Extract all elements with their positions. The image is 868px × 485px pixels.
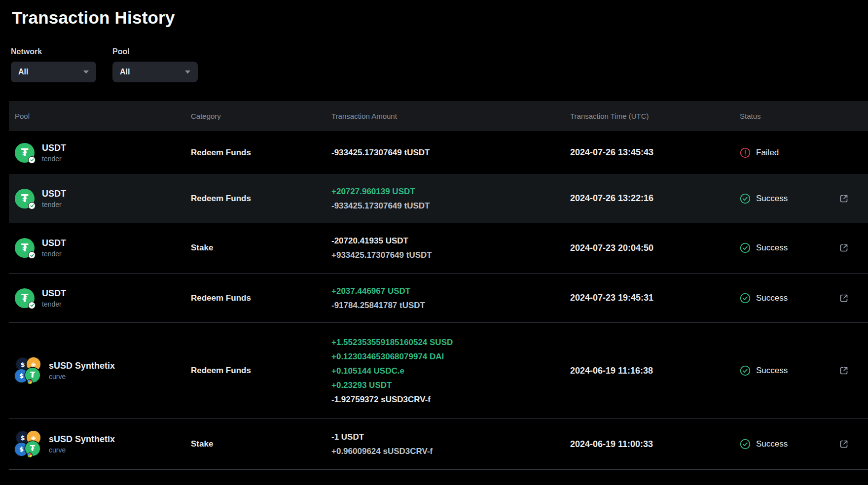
transaction-time: 2024-07-23 20:04:50: [570, 243, 740, 253]
table-row[interactable]: $ ◈ $ ₮ sUSD Synthetix curve Stake -1 US…: [9, 418, 868, 469]
amount-line: +2037.446967 USDT: [331, 284, 570, 298]
header-transaction-amount: Transaction Amount: [331, 112, 570, 120]
pool-name: sUSD Synthetix: [49, 434, 115, 445]
amount-line: +0.23293 USDT: [331, 378, 570, 392]
header-transaction-time: Transaction Time (UTC): [570, 112, 740, 120]
pool-filter-label: Pool: [112, 47, 198, 56]
verified-badge-icon: [28, 202, 36, 209]
usdt-coin-icon: ₮: [15, 288, 35, 308]
transaction-history-page: Transaction History Network All Pool All…: [0, 0, 868, 470]
table-row[interactable]: ₮ USDT tender Stake -20720.41935 USDT +9…: [9, 223, 868, 273]
pool-platform: tender: [42, 300, 66, 308]
pool-select-value: All: [120, 68, 130, 76]
category: Redeem Funds: [191, 366, 331, 376]
susd-synthetix-pool-icon: $ ◈ $ ₮: [15, 357, 41, 384]
success-icon: [740, 242, 751, 253]
table-header-row: Pool Category Transaction Amount Transac…: [9, 101, 868, 131]
header-status: Status: [740, 112, 838, 120]
category: Redeem Funds: [191, 293, 331, 303]
amount-line: -933425.17307649 tUSDT: [331, 145, 570, 160]
transaction-time: 2024-07-23 19:45:31: [570, 293, 740, 303]
pool-name: USDT: [42, 189, 66, 199]
susd-synthetix-pool-icon: $ ◈ $ ₮: [15, 431, 41, 457]
category: Stake: [191, 243, 331, 253]
amount-line: -20720.41935 USDT: [331, 234, 570, 248]
success-icon: [740, 365, 751, 376]
amount-line: -933425.17307649 tUSDT: [331, 199, 570, 213]
network-filter-label: Network: [11, 47, 96, 56]
pool-name: USDT: [42, 238, 66, 248]
amount-line: +0.96009624 sUSD3CRV-f: [331, 444, 570, 458]
usdt-coin-icon: ₮: [15, 143, 35, 163]
success-icon: [740, 193, 751, 204]
chevron-down-icon: [83, 70, 89, 74]
failed-icon: [740, 147, 751, 158]
transaction-time: 2024-07-26 13:45:43: [570, 147, 740, 158]
external-link-icon[interactable]: [838, 439, 849, 450]
pool-platform: tender: [42, 250, 66, 258]
category: Redeem Funds: [191, 194, 331, 204]
tether-glyph: ₮: [21, 147, 29, 159]
external-link-icon[interactable]: [838, 365, 849, 376]
pool-platform: curve: [49, 446, 115, 454]
amount-line: +0.123034653068079974 DAI: [331, 349, 570, 364]
status-label: Success: [756, 293, 788, 303]
tether-glyph: ₮: [21, 193, 29, 205]
table-row[interactable]: ₮ USDT tender Redeem Funds -933425.17307…: [9, 131, 868, 174]
table-row[interactable]: ₮ USDT tender Redeem Funds +20727.960139…: [9, 174, 868, 223]
pool-name: USDT: [42, 143, 66, 153]
external-link-icon[interactable]: [838, 193, 849, 204]
network-select[interactable]: All: [11, 62, 96, 82]
category: Stake: [191, 439, 331, 449]
success-icon: [740, 293, 751, 304]
verified-badge-icon: [28, 302, 36, 309]
transaction-time: 2024-06-19 11:16:38: [570, 366, 740, 376]
table-bottom-divider: [9, 469, 868, 470]
pool-platform: tender: [42, 201, 66, 208]
tether-glyph: ₮: [21, 242, 29, 254]
amount-line: -91784.25841787 tUSDT: [331, 298, 570, 312]
amount-line: -1 USDT: [331, 430, 570, 444]
external-link-icon[interactable]: [838, 242, 849, 253]
table-row[interactable]: ₮ USDT tender Redeem Funds +2037.446967 …: [9, 273, 868, 322]
curve-badge-icon: [27, 379, 33, 384]
filters-bar: Network All Pool All: [11, 47, 868, 82]
chevron-down-icon: [185, 70, 190, 74]
amount-line: +20727.960139 USDT: [331, 184, 570, 199]
network-filter: Network All: [11, 47, 96, 82]
external-link-icon[interactable]: [838, 293, 849, 304]
amount-line: +0.105144 USDC.e: [331, 364, 570, 378]
verified-badge-icon: [28, 156, 36, 164]
table-row[interactable]: $ ◈ $ ₮ sUSD Synthetix curve Redeem Fund…: [9, 322, 868, 418]
usdt-coin-icon: ₮: [15, 238, 35, 258]
pool-filter: Pool All: [112, 47, 198, 82]
success-icon: [740, 439, 751, 450]
transaction-time: 2024-07-26 13:22:16: [570, 193, 740, 204]
transactions-table: Pool Category Transaction Amount Transac…: [9, 101, 868, 470]
category: Redeem Funds: [191, 148, 331, 158]
amount-line: -1.92759372 sUSD3CRV-f: [331, 392, 570, 407]
header-pool: Pool: [15, 112, 191, 120]
page-title: Transaction History: [9, 0, 868, 28]
status-label: Success: [756, 194, 788, 204]
pool-name: sUSD Synthetix: [49, 361, 115, 371]
pool-name: USDT: [42, 288, 66, 299]
header-category: Category: [191, 112, 331, 120]
pool-select[interactable]: All: [112, 62, 198, 82]
status-label: Failed: [756, 148, 779, 158]
amount-line: +1.552353559185160524 SUSD: [331, 335, 570, 349]
tether-glyph: ₮: [21, 292, 29, 304]
curve-badge-icon: [27, 452, 33, 458]
network-select-value: All: [18, 68, 28, 76]
status-label: Success: [756, 243, 788, 253]
transaction-time: 2024-06-19 11:00:33: [570, 439, 740, 450]
pool-platform: tender: [42, 155, 66, 163]
verified-badge-icon: [28, 251, 36, 259]
status-label: Success: [756, 366, 788, 376]
pool-platform: curve: [49, 373, 115, 381]
amount-line: +933425.17307649 tUSDT: [331, 248, 570, 262]
usdt-coin-icon: ₮: [15, 189, 35, 208]
status-label: Success: [756, 439, 788, 449]
